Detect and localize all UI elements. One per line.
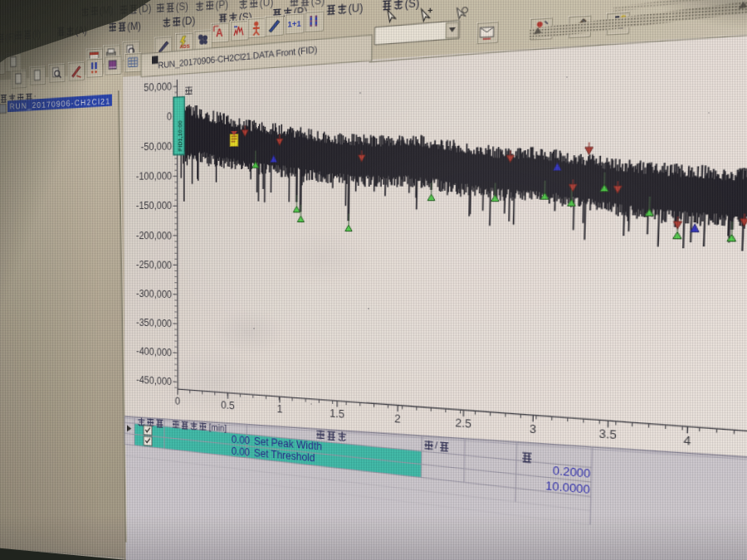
svg-text:ADS: ADS xyxy=(180,43,190,50)
svg-text:A: A xyxy=(216,27,223,38)
svg-text:0.5: 0.5 xyxy=(221,399,235,411)
svg-text:(S): (S) xyxy=(405,0,420,10)
svg-text:(U): (U) xyxy=(260,0,274,9)
svg-text:2.5: 2.5 xyxy=(455,417,471,431)
svg-text:0: 0 xyxy=(175,396,180,407)
svg-text:0: 0 xyxy=(167,111,172,123)
svg-text:(D): (D) xyxy=(182,15,195,27)
svg-text:[min]: [min] xyxy=(209,421,227,433)
svg-text:1+1: 1+1 xyxy=(287,18,301,29)
svg-text:-450,000: -450,000 xyxy=(136,374,172,387)
svg-text:3: 3 xyxy=(530,422,536,435)
svg-text:-200,000: -200,000 xyxy=(136,230,172,241)
svg-text:-100,000: -100,000 xyxy=(136,171,173,183)
svg-text:0.00: 0.00 xyxy=(232,433,250,446)
svg-text:-250,000: -250,000 xyxy=(136,259,172,270)
svg-text:1: 1 xyxy=(276,403,282,415)
svg-text:(S): (S) xyxy=(311,0,325,7)
svg-text:1.5: 1.5 xyxy=(330,407,344,420)
svg-text:-300,000: -300,000 xyxy=(136,288,172,299)
svg-text:0.00: 0.00 xyxy=(232,445,250,457)
svg-text:FID1,10:00: FID1,10:00 xyxy=(177,120,183,152)
svg-text:-150,000: -150,000 xyxy=(136,200,172,211)
svg-text:2: 2 xyxy=(394,412,401,425)
svg-text:(S): (S) xyxy=(176,1,188,13)
svg-text:(P): (P) xyxy=(216,0,229,11)
svg-text:-350,000: -350,000 xyxy=(136,317,172,329)
svg-text:/: / xyxy=(435,441,438,451)
svg-text:4: 4 xyxy=(683,434,691,447)
svg-text:50,000: 50,000 xyxy=(144,80,172,93)
svg-text:(U): (U) xyxy=(349,2,364,15)
svg-text:-50,000: -50,000 xyxy=(141,141,173,153)
svg-text:-400,000: -400,000 xyxy=(136,345,172,358)
svg-text:3.5: 3.5 xyxy=(598,428,617,441)
svg-text:(M): (M) xyxy=(127,20,141,32)
